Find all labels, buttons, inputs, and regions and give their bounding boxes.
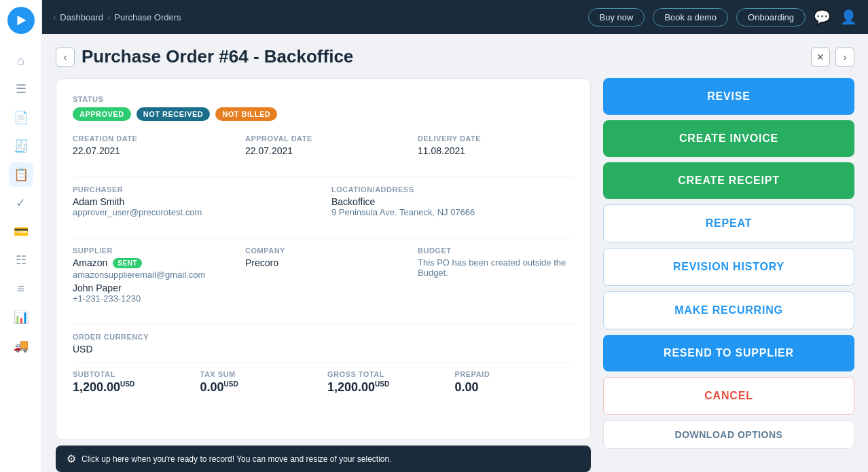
download-options-button[interactable]: DOWNLOAD OPTIONS [603, 420, 854, 449]
status-section: STATUS APPROVED NOT RECEIVED NOT BILLED [73, 95, 574, 121]
supplier-contact: John Paper [73, 283, 229, 293]
status-badge-not-billed: NOT BILLED [215, 107, 277, 121]
delivery-date-label: DELIVERY DATE [418, 134, 574, 143]
gross-total-item: GROSS TOTAL 1,200.00USD [327, 370, 447, 395]
left-panel: STATUS APPROVED NOT RECEIVED NOT BILLED … [56, 78, 591, 472]
totals-row: SUBTOTAL 1,200.00USD TAX SUM 0.00USD [73, 370, 574, 395]
topbar: ‹ Dashboard ‹ Purchase Orders Buy now Bo… [42, 0, 868, 34]
topbar-icons: 💬 👤 [814, 9, 857, 25]
sidebar-item-chart[interactable]: 📊 [9, 305, 33, 329]
subtotal-item: SUBTOTAL 1,200.00USD [73, 370, 192, 395]
page-title: Purchase Order #64 - Backoffice [82, 46, 353, 67]
sidebar-item-list[interactable]: ☰ [9, 77, 33, 101]
delivery-date-value: 11.08.2021 [418, 145, 574, 156]
creation-date-section: CREATION DATE 22.07.2021 [73, 134, 229, 156]
breadcrumb: ‹ Dashboard ‹ Purchase Orders [53, 12, 580, 22]
po-card: STATUS APPROVED NOT RECEIVED NOT BILLED … [56, 78, 591, 440]
purchaser-name: Adam Smith [73, 196, 315, 207]
repeat-button[interactable]: REPEAT [603, 204, 854, 242]
tax-sum-value: 0.00USD [200, 380, 320, 395]
supplier-sent-badge: SENT [113, 258, 142, 268]
sidebar-item-truck[interactable]: 🚚 [9, 333, 33, 358]
resend-to-supplier-button[interactable]: RESEND TO SUPPLIER [603, 335, 854, 371]
breadcrumb-icon: ‹ [53, 12, 56, 22]
subtotal-label: SUBTOTAL [73, 370, 192, 378]
breadcrumb-dashboard[interactable]: Dashboard [60, 12, 103, 22]
supplier-row: SUPPLIER Amazon SENT amazonsupplieremail… [73, 247, 574, 316]
tooltip-icon: ⚙ [67, 452, 76, 465]
location-label: LOCATION/ADDRESS [331, 185, 574, 194]
main-area: ‹ Dashboard ‹ Purchase Orders Buy now Bo… [42, 0, 868, 472]
creation-date-label: CREATION DATE [73, 134, 229, 143]
sidebar-item-menu[interactable]: ≡ [9, 276, 33, 301]
approval-date-section: APPROVAL DATE 22.07.2021 [245, 134, 401, 156]
gross-total-value: 1,200.00USD [327, 380, 447, 395]
notifications-icon[interactable]: 💬 [814, 9, 831, 25]
supplier-email: amazonsupplieremail@gmail.com [73, 270, 229, 280]
sidebar-item-receipt[interactable]: 🧾 [9, 134, 33, 158]
tooltip-text: Click up here when you're ready to recor… [82, 454, 392, 464]
sidebar-item-home[interactable]: ⌂ [9, 48, 33, 73]
sidebar: ⌂ ☰ 📄 🧾 📋 ✓ 💳 ☷ ≡ 📊 🚚 [0, 0, 42, 472]
purchaser-section: PURCHASER Adam Smith approver_user@preco… [73, 185, 315, 217]
location-name: Backoffice [331, 196, 574, 207]
budget-section: BUDGET This PO has been created outside … [418, 247, 574, 304]
sidebar-item-bank[interactable]: ☷ [9, 248, 33, 272]
cancel-button[interactable]: CANCEL [603, 377, 854, 415]
supplier-phone: +1-231-233-1230 [73, 293, 229, 304]
revision-history-button[interactable]: REVISION HISTORY [603, 248, 854, 286]
dates-row: CREATION DATE 22.07.2021 APPROVAL DATE 2… [73, 134, 574, 168]
revise-button[interactable]: REVISE [603, 78, 854, 115]
close-button[interactable]: ✕ [811, 48, 830, 67]
sidebar-item-orders[interactable]: 📋 [9, 162, 33, 187]
location-address: 9 Peninsula Ave. Teaneck, NJ 07666 [331, 207, 574, 217]
supplier-name-line: Amazon SENT [73, 257, 229, 268]
status-row: APPROVED NOT RECEIVED NOT BILLED [73, 107, 574, 121]
svg-marker-0 [17, 16, 26, 26]
currency-value: USD [73, 344, 574, 355]
create-invoice-button[interactable]: CREATE INVOICE [603, 120, 854, 157]
approval-date-label: APPROVAL DATE [245, 134, 401, 143]
prepaid-item: PREPAID 0.00 [455, 370, 575, 395]
status-badge-approved: APPROVED [73, 107, 131, 121]
app-logo[interactable] [7, 7, 35, 34]
supplier-name: Amazon [73, 257, 107, 268]
status-label: STATUS [73, 95, 574, 103]
approval-date-value: 22.07.2021 [245, 145, 401, 156]
tax-sum-item: TAX SUM 0.00USD [200, 370, 320, 395]
budget-text: This PO has been created outside the Bud… [418, 257, 574, 278]
currency-section: ORDER CURRENCY USD [73, 333, 574, 355]
company-name: Precoro [245, 257, 401, 268]
user-icon[interactable]: 👤 [840, 9, 857, 25]
purchaser-email: approver_user@precorotest.com [73, 207, 315, 217]
right-panel: REVISE CREATE INVOICE CREATE RECEIPT REP… [603, 78, 854, 472]
tooltip-banner: ⚙ Click up here when you're ready to rec… [56, 446, 591, 472]
breadcrumb-purchase-orders[interactable]: Purchase Orders [114, 12, 181, 22]
prepaid-value: 0.00 [455, 380, 575, 395]
buy-now-button[interactable]: Buy now [588, 8, 645, 26]
sidebar-item-check[interactable]: ✓ [9, 191, 33, 215]
company-section: COMPANY Precoro [245, 247, 401, 304]
back-nav-button[interactable]: ‹ [56, 48, 75, 67]
forward-nav-button[interactable]: › [835, 48, 854, 67]
sidebar-item-wallet[interactable]: 💳 [9, 219, 33, 244]
gross-total-label: GROSS TOTAL [327, 370, 447, 378]
creation-date-value: 22.07.2021 [73, 145, 229, 156]
create-receipt-button[interactable]: CREATE RECEIPT [603, 162, 854, 199]
supplier-section: SUPPLIER Amazon SENT amazonsupplieremail… [73, 247, 229, 304]
company-label: COMPANY [245, 247, 401, 255]
book-demo-button[interactable]: Book a demo [653, 8, 728, 26]
location-section: LOCATION/ADDRESS Backoffice 9 Peninsula … [331, 185, 574, 217]
budget-label: BUDGET [418, 247, 574, 255]
page-header: ‹ Purchase Order #64 - Backoffice ✕ › [56, 46, 854, 67]
make-recurring-button[interactable]: MAKE RECURRING [603, 291, 854, 329]
sidebar-item-document[interactable]: 📄 [9, 105, 33, 130]
status-badge-not-received: NOT RECEIVED [137, 107, 211, 121]
onboarding-button[interactable]: Onboarding [736, 8, 806, 26]
currency-label: ORDER CURRENCY [73, 333, 574, 341]
supplier-label: SUPPLIER [73, 247, 229, 255]
purchaser-label: PURCHASER [73, 185, 315, 194]
delivery-date-section: DELIVERY DATE 11.08.2021 [418, 134, 574, 156]
purchaser-location-row: PURCHASER Adam Smith approver_user@preco… [73, 185, 574, 230]
subtotal-value: 1,200.00USD [73, 380, 192, 395]
